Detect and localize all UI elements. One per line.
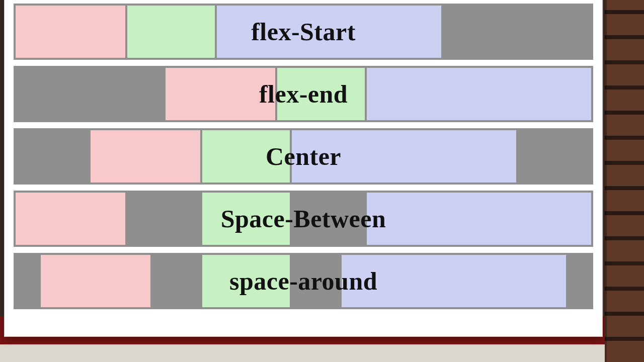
- row-space-around: space-around: [14, 253, 593, 309]
- box-green: [126, 5, 216, 59]
- box-green: [201, 129, 291, 184]
- row-space-between: Space-Between: [14, 191, 593, 247]
- box-blue: [366, 67, 592, 121]
- box-pink: [15, 192, 126, 246]
- box-blue: [291, 129, 517, 184]
- box-blue: [216, 5, 442, 59]
- row-flex-start: flex-Start: [14, 4, 593, 60]
- box-pink: [15, 5, 126, 59]
- brick-wall-right: [605, 0, 644, 362]
- box-green: [201, 192, 291, 246]
- box-blue: [341, 254, 567, 308]
- justify-content-diagram: flex-Start flex-end Center Space-Between…: [14, 4, 593, 309]
- box-pink: [90, 129, 201, 184]
- row-center: Center: [14, 128, 593, 185]
- box-pink: [40, 254, 151, 308]
- box-green: [276, 67, 366, 121]
- box-green: [201, 254, 291, 308]
- box-pink: [165, 67, 276, 121]
- slide-card: flex-Start flex-end Center Space-Between…: [4, 0, 603, 337]
- box-blue: [366, 192, 592, 246]
- row-flex-end: flex-end: [14, 66, 593, 122]
